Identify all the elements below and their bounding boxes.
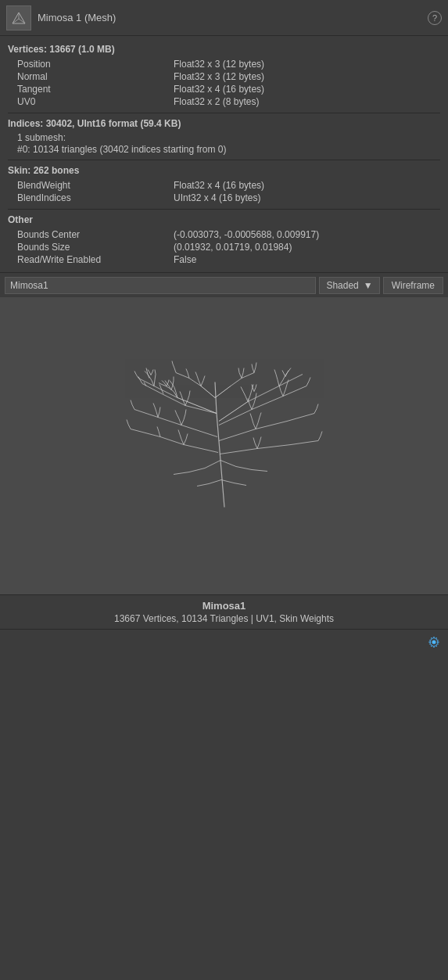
3d-viewport[interactable] — [0, 297, 448, 594]
svg-point-2 — [432, 640, 436, 644]
prop-label-bounds-size: Bounds Size — [17, 242, 174, 253]
mesh-name-label: Mimosa1 — [0, 600, 448, 612]
prop-label-blendindices: BlendIndices — [17, 192, 174, 203]
other-header: Other — [8, 214, 440, 225]
property-row: BlendWeight Float32 x 4 (16 bytes) — [8, 179, 440, 192]
prop-value-bounds-center: (-0.003073, -0.0005688, 0.009917) — [174, 229, 319, 240]
chevron-down-icon: ▼ — [364, 280, 373, 291]
shading-label: Shaded — [326, 280, 358, 291]
shading-dropdown[interactable]: Shaded ▼ — [319, 277, 379, 294]
prop-label-bounds-center: Bounds Center — [17, 229, 174, 240]
property-row: Tangent Float32 x 4 (16 bytes) — [8, 83, 440, 95]
mesh-icon — [6, 5, 31, 31]
prop-value-bounds-size: (0.01932, 0.01719, 0.01984) — [174, 242, 292, 253]
property-row: Bounds Size (0.01932, 0.01719, 0.01984) — [8, 241, 440, 253]
property-row: BlendIndices UInt32 x 4 (16 bytes) — [8, 192, 440, 204]
info-panel: Vertices: 13667 (1.0 MB) Position Float3… — [0, 36, 448, 266]
prop-value-normal: Float32 x 3 (12 bytes) — [174, 71, 264, 82]
prop-label-position: Position — [17, 59, 174, 70]
property-row: Normal Float32 x 3 (12 bytes) — [8, 70, 440, 83]
prop-value-blendindices: UInt32 x 4 (16 bytes) — [174, 192, 260, 203]
property-row: Bounds Center (-0.003073, -0.0005688, 0.… — [8, 228, 440, 241]
vertices-header: Vertices: 13667 (1.0 MB) — [8, 44, 440, 55]
mesh-details-label: 13667 Vertices, 10134 Triangles | UV1, S… — [0, 613, 448, 624]
skin-properties: BlendWeight Float32 x 4 (16 bytes) Blend… — [8, 179, 440, 204]
header: Mimosa 1 (Mesh) ? — [0, 0, 448, 36]
mesh-preview — [115, 336, 334, 557]
prop-value-uv0: Float32 x 2 (8 bytes) — [174, 96, 259, 107]
window-title: Mimosa 1 (Mesh) — [38, 12, 428, 23]
mesh-info-bar: Mimosa1 13667 Vertices, 10134 Triangles … — [0, 594, 448, 629]
skin-header: Skin: 262 bones — [8, 165, 440, 176]
property-row: UV0 Float32 x 2 (8 bytes) — [8, 95, 440, 108]
wireframe-button[interactable]: Wireframe — [383, 277, 443, 294]
prop-label-readwrite: Read/Write Enabled — [17, 254, 174, 265]
prop-label-normal: Normal — [17, 71, 174, 82]
property-row: Read/Write Enabled False — [8, 253, 440, 266]
prop-label-tangent: Tangent — [17, 84, 174, 95]
vertices-properties: Position Float32 x 3 (12 bytes) Normal F… — [8, 58, 440, 108]
submesh-label: 1 submesh: — [8, 132, 440, 143]
submesh-detail: #0: 10134 triangles (30402 indices start… — [8, 144, 440, 155]
prop-value-readwrite: False — [174, 254, 196, 265]
prop-label-uv0: UV0 — [17, 96, 174, 107]
prop-value-tangent: Float32 x 4 (16 bytes) — [174, 84, 264, 95]
viewport-toolbar: Shaded ▼ Wireframe — [0, 272, 448, 297]
other-properties: Bounds Center (-0.003073, -0.0005688, 0.… — [8, 228, 440, 266]
prop-value-blendweight: Float32 x 4 (16 bytes) — [174, 180, 264, 191]
indices-header: Indices: 30402, UInt16 format (59.4 KB) — [8, 118, 440, 129]
bottom-toolbar — [0, 629, 448, 654]
help-button[interactable]: ? — [428, 11, 442, 25]
settings-icon[interactable] — [426, 634, 442, 650]
prop-label-blendweight: BlendWeight — [17, 180, 174, 191]
viewport-name-input[interactable] — [5, 277, 316, 294]
property-row: Position Float32 x 3 (12 bytes) — [8, 58, 440, 70]
prop-value-position: Float32 x 3 (12 bytes) — [174, 59, 264, 70]
